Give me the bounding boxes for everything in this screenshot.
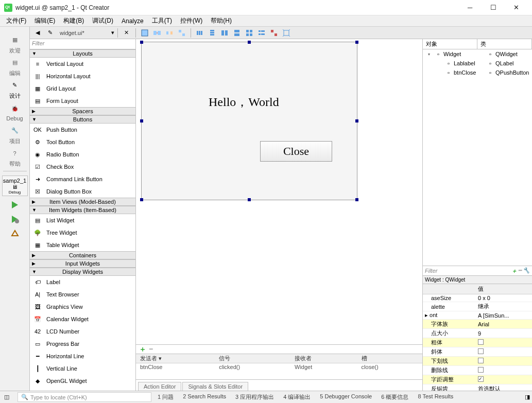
status-8  Test Results[interactable]: 8 Test Results <box>418 393 453 401</box>
widget-pbar[interactable]: ▭Progress Bar <box>30 338 135 350</box>
close-file-icon[interactable]: ✕ <box>121 27 132 39</box>
form-widget[interactable]: Hello，World Close <box>141 42 357 200</box>
close-button[interactable]: ✕ <box>505 1 528 15</box>
tab-Action-Editor[interactable]: Action Editor <box>138 382 181 391</box>
widget-layout-grid[interactable]: ▦Grid Layout <box>30 82 135 95</box>
menu-编辑(E)[interactable]: 编辑(E) <box>30 15 59 26</box>
status-4  编译输出[interactable]: 4 编译输出 <box>283 393 311 401</box>
close-sidebar-icon[interactable]: ◫ <box>2 394 11 400</box>
widget-lcd[interactable]: 42LCD Number <box>30 325 135 338</box>
widget-table[interactable]: ▦Table Widget <box>30 239 135 251</box>
add-prop-icon[interactable]: ＋ <box>511 267 517 275</box>
widget-label[interactable]: 🏷Label <box>30 276 135 288</box>
maximize-button[interactable]: ☐ <box>482 1 505 15</box>
mode-help[interactable]: ?帮助 <box>0 146 30 169</box>
mode-project[interactable]: 🔧项目 <box>0 124 30 146</box>
svg-rect-21 <box>246 30 249 32</box>
widget-btn-cmd[interactable]: ➜Command Link Button <box>30 173 135 185</box>
widget-btn-push[interactable]: OKPush Button <box>30 124 135 136</box>
group-Layouts[interactable]: ▼Layouts <box>30 49 135 58</box>
close-pushbutton[interactable]: Close <box>260 141 332 162</box>
widget-cal[interactable]: 📅Calendar Widget <box>30 313 135 325</box>
obj-btnClose[interactable]: ▫btnClose▫QPushButton <box>423 68 532 77</box>
widget-textbr[interactable]: A|Text Browser <box>30 288 135 301</box>
status-1  问题[interactable]: 1 问题 <box>158 393 174 401</box>
svg-rect-8 <box>170 31 173 34</box>
group-Item Widgets (Item-Based)[interactable]: ▼Item Widgets (Item-Based) <box>30 206 135 214</box>
widget-hline[interactable]: ━Horizontal Line <box>30 350 135 362</box>
layout-hsplit-icon[interactable] <box>219 27 230 39</box>
edit-buddies-icon[interactable] <box>164 27 175 39</box>
group-Input Widgets[interactable]: ▶Input Widgets <box>30 259 135 268</box>
widget-vline[interactable]: ┃Vertical Line <box>30 362 135 375</box>
layout-grid-icon[interactable] <box>244 27 255 39</box>
layout-v-icon[interactable] <box>207 27 218 39</box>
status-6  概要信息[interactable]: 6 概要信息 <box>381 393 408 401</box>
menu-调试(D)[interactable]: 调试(D) <box>88 15 117 26</box>
widget-layout-v[interactable]: ≡Vertical Layout <box>30 58 135 70</box>
toggle-sidebar-icon[interactable]: ◨ <box>525 394 530 400</box>
object-inspector[interactable]: ▾▫Widget▫QWidget▫Lablabel▫QLabel▫btnClos… <box>423 49 532 266</box>
status-2  Search Results[interactable]: 2 Search Results <box>183 393 226 401</box>
edit-icon[interactable]: ✎ <box>44 27 56 39</box>
property-editor[interactable]: 值 aseSize0 x 0alette继承▸ ontA [SimSun...字… <box>423 284 532 391</box>
build-button[interactable] <box>10 229 20 239</box>
widget-layout-form[interactable]: ▤Form Layout <box>30 95 135 107</box>
status-5  Debugger Console[interactable]: 5 Debugger Console <box>320 393 372 401</box>
layout-h-icon[interactable] <box>194 27 205 39</box>
layout-vsplit-icon[interactable] <box>231 27 243 39</box>
form-canvas[interactable]: Hello，World Close <box>136 39 422 344</box>
widget-btn-check[interactable]: ☑Check Box <box>30 161 135 173</box>
file-combo[interactable]: widget.ui* <box>57 30 110 36</box>
menu-控件(W)[interactable]: 控件(W) <box>176 15 207 26</box>
menu-构建(B)[interactable]: 构建(B) <box>59 15 88 26</box>
edit-taborder-icon[interactable] <box>176 27 187 39</box>
mode-design[interactable]: ✎设计 <box>0 78 30 101</box>
group-Item Views (Model-Based)[interactable]: ▶Item Views (Model-Based) <box>30 198 135 206</box>
widget-btn-dlg[interactable]: ☒Dialog Button Box <box>30 185 135 198</box>
minimize-button[interactable]: ─ <box>458 1 482 15</box>
menu-文件(F)[interactable]: 文件(F) <box>2 15 30 26</box>
mode-edit[interactable]: ▤编辑 <box>0 56 30 78</box>
edit-signals-icon[interactable] <box>151 27 163 39</box>
remove-signal-icon[interactable]: ━ <box>149 346 153 353</box>
obj-Lablabel[interactable]: ▫Lablabel▫QLabel <box>423 59 532 68</box>
status-3  应用程序输出[interactable]: 3 应用程序输出 <box>235 393 274 401</box>
back-icon[interactable]: ◀ <box>32 27 43 39</box>
tab-Signals-&-Slots-Editor[interactable]: Signals & Slots Editor <box>182 382 248 391</box>
obj-Widget[interactable]: ▾▫Widget▫QWidget <box>423 49 532 59</box>
widget-tree[interactable]: 🌳Tree Widget <box>30 226 135 239</box>
group-Display Widgets[interactable]: ▼Display Widgets <box>30 268 135 276</box>
menu-工具(T)[interactable]: 工具(T) <box>148 15 176 26</box>
menu-Analyze[interactable]: Analyze <box>117 16 148 26</box>
run-button[interactable] <box>10 200 20 211</box>
remove-prop-icon[interactable]: ━ <box>518 267 522 275</box>
svg-rect-17 <box>221 30 224 36</box>
layout-form-icon[interactable] <box>256 27 267 39</box>
edit-icon: ▤ <box>9 57 21 68</box>
break-layout-icon[interactable] <box>268 27 280 39</box>
mode-debug[interactable]: 🐞Debug <box>0 101 30 124</box>
signals-table[interactable]: 发送者 ▾信号接收者槽 btnCloseclicked()Widgetclose… <box>136 354 422 379</box>
widget-filter-input[interactable]: Filter <box>30 39 135 49</box>
locator-input[interactable]: 🔍 Type to locate (Ctrl+K) <box>18 392 151 402</box>
widget-gview[interactable]: 🖼Graphics View <box>30 301 135 313</box>
kit-selector[interactable]: samp2_1 🖥 Debug <box>2 176 28 196</box>
group-Spacers[interactable]: ▶Spacers <box>30 107 135 115</box>
add-signal-icon[interactable]: ＋ <box>139 345 146 354</box>
mode-welcome[interactable]: ▦欢迎 <box>0 33 30 56</box>
property-filter[interactable]: Filter ＋ ━ 🔧 <box>423 266 532 276</box>
widget-layout-h[interactable]: |||Horizontal Layout <box>30 70 135 82</box>
edit-widgets-icon[interactable] <box>139 27 150 39</box>
prop-menu-icon[interactable]: 🔧 <box>523 267 530 275</box>
widget-btn-radio[interactable]: ◉Radio Button <box>30 148 135 161</box>
widget-opengl[interactable]: ◆OpenGL Widget <box>30 375 135 387</box>
widget-btn-tool[interactable]: ⚙Tool Button <box>30 136 135 148</box>
group-Containers[interactable]: ▶Containers <box>30 251 135 259</box>
adjust-size-icon[interactable] <box>281 27 292 39</box>
group-Buttons[interactable]: ▼Buttons <box>30 115 135 124</box>
hello-label[interactable]: Hello，World <box>209 94 279 110</box>
menu-帮助(H)[interactable]: 帮助(H) <box>207 15 236 26</box>
widget-list[interactable]: ▤List Widget <box>30 214 135 226</box>
run-debug-button[interactable] <box>10 215 20 225</box>
